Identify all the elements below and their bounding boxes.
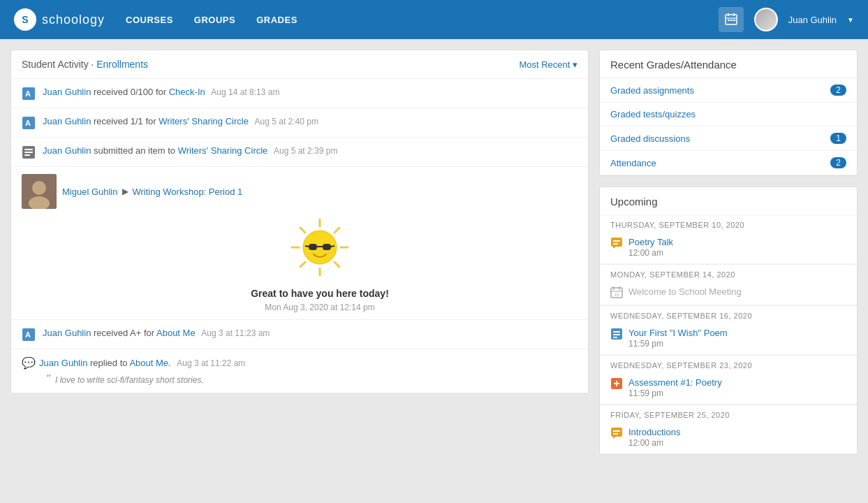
upcoming-item-content-3: Your First "I Wish" Poem 11:59 pm xyxy=(628,328,846,349)
main-header: S schoology COURSES GROUPS GRADES Juan G… xyxy=(0,0,868,39)
svg-rect-53 xyxy=(613,433,618,435)
grade-link-tests[interactable]: Graded tests/quizzes xyxy=(610,109,696,119)
upcoming-item-welcome: 19 Welcome to School Meeting xyxy=(600,282,857,305)
grade-badge-assignments: 2 xyxy=(830,85,846,96)
submit-icon-1 xyxy=(22,145,36,159)
reply-text: Juan Guhlin replied to About Me. Aug 3 a… xyxy=(39,358,245,368)
svg-rect-45 xyxy=(613,334,620,335)
reply-quote: " I love to write sci-fi/fantasy short s… xyxy=(39,373,578,386)
post-content: Great to have you here today! Mon Aug 3,… xyxy=(22,216,578,312)
grades-list: Graded assignments 2 Graded tests/quizze… xyxy=(600,78,857,175)
activity-item-link-2[interactable]: Writers' Sharing Circle xyxy=(159,116,249,126)
post-item: Miguel Guhlin ▶ Writing Workshop: Period… xyxy=(11,167,588,320)
svg-rect-13 xyxy=(24,152,33,153)
upcoming-item-time-1: 12:00 am xyxy=(628,248,663,258)
reply-link[interactable]: About Me. xyxy=(129,358,170,368)
activity-item-link-1[interactable]: Check-In xyxy=(169,87,205,97)
grades-section: Recent Grades/Attendance Graded assignme… xyxy=(599,50,858,176)
upcoming-item-wish-poem: Your First "I Wish" Poem 11:59 pm xyxy=(600,323,857,355)
grade-link-assignments[interactable]: Graded assignments xyxy=(610,85,694,96)
svg-rect-37 xyxy=(613,243,618,245)
user-menu-chevron[interactable]: ▼ xyxy=(847,16,854,24)
most-recent-dropdown[interactable]: Most Recent ▾ xyxy=(519,59,578,70)
upcoming-item-time-5: 12:00 am xyxy=(628,438,663,448)
enrollments-link[interactable]: Enrollments xyxy=(96,59,148,70)
activity-title: Student Activity · Enrollments xyxy=(22,59,148,70)
assignment-icon-1 xyxy=(610,328,623,340)
user-name-label: Juan Guhlin xyxy=(788,15,837,25)
post-avatar xyxy=(22,174,57,209)
assessment-icon xyxy=(610,377,623,390)
grade-badge-discussions: 1 xyxy=(830,133,846,144)
svg-text:A: A xyxy=(25,330,31,339)
nav-grades[interactable]: GRADES xyxy=(256,15,297,25)
svg-text:A: A xyxy=(25,119,31,127)
grade-icon-1: A xyxy=(22,87,36,101)
svg-rect-5 xyxy=(730,20,733,21)
svg-rect-4 xyxy=(728,20,730,21)
activity-title-text: Student Activity xyxy=(22,59,89,70)
activity-text-1: Juan Guhlin received 0/100 for Check-In … xyxy=(43,86,279,99)
svg-rect-6 xyxy=(733,20,735,21)
reply-icon: 💬 xyxy=(22,356,36,370)
post-header: Miguel Guhlin ▶ Writing Workshop: Period… xyxy=(22,174,578,209)
activity-user-1[interactable]: Juan Guhlin xyxy=(43,87,91,97)
upcoming-item-name-2[interactable]: Welcome to School Meeting xyxy=(628,286,846,297)
date-sep16: WEDNESDAY, SEPTEMBER 16, 2020 xyxy=(600,305,857,323)
activity-time-grade: Aug 3 at 11:23 am xyxy=(201,328,270,338)
discussion-icon-2 xyxy=(610,427,623,439)
calendar-icon-2: 19 xyxy=(610,286,623,299)
grade-item-assignments: Graded assignments 2 xyxy=(600,78,857,103)
activity-user-3[interactable]: Juan Guhlin xyxy=(43,145,91,156)
svg-rect-46 xyxy=(613,337,617,338)
svg-text:19: 19 xyxy=(615,293,619,297)
logo-area: S schoology xyxy=(14,8,105,31)
upcoming-item-name-1[interactable]: Poetry Talk xyxy=(628,237,846,247)
svg-line-31 xyxy=(331,246,334,247)
logo-text: schoology xyxy=(42,13,105,27)
grades-section-title: Recent Grades/Attendance xyxy=(600,50,857,78)
nav-groups[interactable]: GROUPS xyxy=(194,15,235,25)
activity-item-reply: 💬 Juan Guhlin replied to About Me. Aug 3… xyxy=(11,349,588,393)
svg-text:A: A xyxy=(25,89,31,98)
post-course[interactable]: Writing Workshop: Period 1 xyxy=(133,187,243,197)
svg-line-22 xyxy=(300,228,305,233)
calendar-icon xyxy=(724,13,738,27)
activity-user-2[interactable]: Juan Guhlin xyxy=(43,116,91,126)
activity-item-1: A Juan Guhlin received 0/100 for Check-I… xyxy=(11,79,588,108)
right-panel: Recent Grades/Attendance Graded assignme… xyxy=(599,50,858,455)
calendar-button[interactable] xyxy=(719,7,744,32)
svg-line-24 xyxy=(334,228,339,233)
svg-rect-44 xyxy=(613,331,620,333)
activity-item-link-3[interactable]: Writers' Sharing Circle xyxy=(178,145,268,156)
svg-line-25 xyxy=(300,262,305,267)
upcoming-item-content-5: Introductions 12:00 am xyxy=(628,427,846,448)
activity-item-link-grade[interactable]: About Me xyxy=(156,328,196,338)
activity-item-3: Juan Guhlin submitted an item to Writers… xyxy=(11,138,588,167)
activity-text-2: Juan Guhlin received 1/1 for Writers' Sh… xyxy=(43,115,318,128)
upcoming-item-content-1: Poetry Talk 12:00 am xyxy=(628,237,846,258)
svg-rect-34 xyxy=(611,238,622,247)
activity-text-3: Juan Guhlin submitted an item to Writers… xyxy=(43,145,337,157)
post-time: Mon Aug 3, 2020 at 12:14 pm xyxy=(62,302,578,312)
upcoming-section: Upcoming THURSDAY, SEPTEMBER 10, 2020 Po… xyxy=(599,187,858,455)
post-user-name[interactable]: Miguel Guhlin xyxy=(62,187,118,197)
upcoming-item-introductions: Introductions 12:00 am xyxy=(600,423,857,454)
svg-rect-28 xyxy=(323,244,331,250)
grade-link-attendance[interactable]: Attendance xyxy=(610,158,656,168)
reply-user[interactable]: Juan Guhlin xyxy=(39,358,87,368)
grade-link-discussions[interactable]: Graded discussions xyxy=(610,133,690,144)
grade-item-attendance: Attendance 2 xyxy=(600,151,857,175)
activity-time-2: Aug 5 at 2:40 pm xyxy=(255,117,318,126)
quote-mark: " xyxy=(46,373,50,385)
activity-item-grade: A Juan Guhlin received A+ for About Me A… xyxy=(11,320,588,349)
upcoming-item-name-3[interactable]: Your First "I Wish" Poem xyxy=(628,328,846,338)
sun-svg xyxy=(288,216,351,279)
activity-user-grade[interactable]: Juan Guhlin xyxy=(43,328,91,338)
upcoming-item-name-4[interactable]: Assessment #1: Poetry xyxy=(628,377,846,388)
post-user-info: Miguel Guhlin ▶ Writing Workshop: Period… xyxy=(62,187,242,197)
nav-courses[interactable]: COURSES xyxy=(126,15,173,25)
upcoming-item-name-5[interactable]: Introductions xyxy=(628,427,846,437)
activity-time-3: Aug 5 at 2:39 pm xyxy=(274,146,337,156)
svg-rect-27 xyxy=(309,244,317,250)
